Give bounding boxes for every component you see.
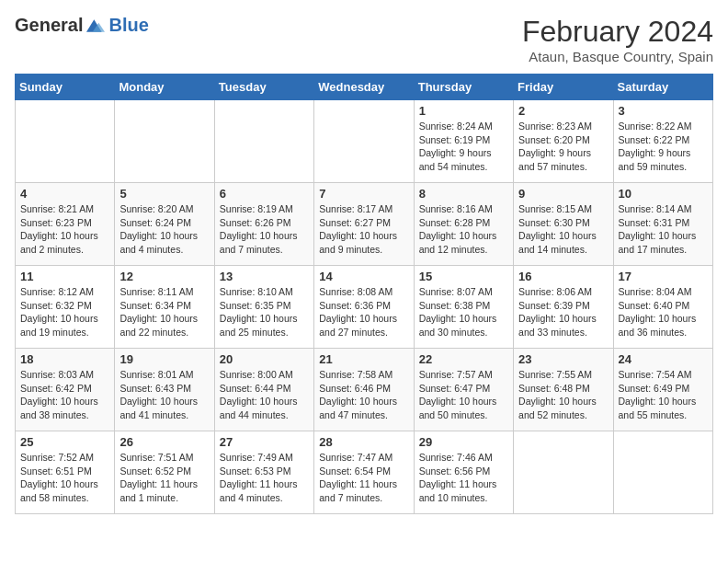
calendar-cell: 25Sunrise: 7:52 AM Sunset: 6:51 PM Dayli… xyxy=(16,431,115,514)
day-info: Sunrise: 8:21 AM Sunset: 6:23 PM Dayligh… xyxy=(20,202,109,257)
day-number: 20 xyxy=(220,352,309,366)
calendar-day-header: Tuesday xyxy=(214,75,313,100)
day-number: 4 xyxy=(20,187,109,201)
day-info: Sunrise: 7:54 AM Sunset: 6:49 PM Dayligh… xyxy=(619,368,708,422)
calendar-cell: 10Sunrise: 8:14 AM Sunset: 6:31 PM Dayli… xyxy=(613,183,712,266)
day-number: 2 xyxy=(518,104,608,118)
day-number: 29 xyxy=(419,435,508,449)
day-info: Sunrise: 8:00 AM Sunset: 6:44 PM Dayligh… xyxy=(220,368,309,422)
calendar-week-row: 4Sunrise: 8:21 AM Sunset: 6:23 PM Daylig… xyxy=(16,183,713,266)
day-number: 3 xyxy=(619,104,708,118)
day-info: Sunrise: 8:06 AM Sunset: 6:39 PM Dayligh… xyxy=(518,285,608,339)
day-info: Sunrise: 7:47 AM Sunset: 6:54 PM Dayligh… xyxy=(319,451,408,505)
day-info: Sunrise: 7:55 AM Sunset: 6:48 PM Dayligh… xyxy=(518,368,608,422)
calendar-cell xyxy=(214,100,313,183)
day-info: Sunrise: 8:04 AM Sunset: 6:40 PM Dayligh… xyxy=(619,285,708,339)
calendar-cell: 6Sunrise: 8:19 AM Sunset: 6:26 PM Daylig… xyxy=(214,183,313,266)
location-title: Ataun, Basque Country, Spain xyxy=(522,49,713,64)
day-info: Sunrise: 8:15 AM Sunset: 6:30 PM Dayligh… xyxy=(518,202,608,257)
calendar-week-row: 18Sunrise: 8:03 AM Sunset: 6:42 PM Dayli… xyxy=(16,349,713,431)
day-number: 1 xyxy=(419,104,508,118)
calendar-table: SundayMondayTuesdayWednesdayThursdayFrid… xyxy=(15,74,713,514)
calendar-cell: 7Sunrise: 8:17 AM Sunset: 6:27 PM Daylig… xyxy=(314,183,414,266)
day-info: Sunrise: 8:08 AM Sunset: 6:36 PM Dayligh… xyxy=(319,285,408,339)
day-info: Sunrise: 8:22 AM Sunset: 6:22 PM Dayligh… xyxy=(619,120,708,174)
calendar-day-header: Friday xyxy=(514,75,613,100)
day-info: Sunrise: 7:46 AM Sunset: 6:56 PM Dayligh… xyxy=(419,451,508,505)
calendar-cell: 1Sunrise: 8:24 AM Sunset: 6:19 PM Daylig… xyxy=(414,100,513,183)
calendar-cell xyxy=(613,431,712,514)
day-info: Sunrise: 7:58 AM Sunset: 6:46 PM Dayligh… xyxy=(319,368,408,422)
calendar-cell xyxy=(115,100,214,183)
day-info: Sunrise: 8:19 AM Sunset: 6:26 PM Dayligh… xyxy=(220,202,309,257)
calendar-cell: 11Sunrise: 8:12 AM Sunset: 6:32 PM Dayli… xyxy=(16,266,115,349)
calendar-day-header: Wednesday xyxy=(314,75,414,100)
day-info: Sunrise: 8:07 AM Sunset: 6:38 PM Dayligh… xyxy=(419,285,508,339)
logo-icon xyxy=(86,17,105,35)
calendar-cell: 2Sunrise: 8:23 AM Sunset: 6:20 PM Daylig… xyxy=(514,100,613,183)
day-number: 23 xyxy=(518,352,608,366)
calendar-cell: 12Sunrise: 8:11 AM Sunset: 6:34 PM Dayli… xyxy=(115,266,214,349)
calendar-cell: 29Sunrise: 7:46 AM Sunset: 6:56 PM Dayli… xyxy=(414,431,513,514)
day-info: Sunrise: 8:17 AM Sunset: 6:27 PM Dayligh… xyxy=(319,202,408,257)
day-number: 24 xyxy=(619,352,708,366)
calendar-cell: 16Sunrise: 8:06 AM Sunset: 6:39 PM Dayli… xyxy=(514,266,613,349)
calendar-cell: 21Sunrise: 7:58 AM Sunset: 6:46 PM Dayli… xyxy=(314,349,414,431)
page-header: General Blue February 2024 Ataun, Basque… xyxy=(15,15,713,64)
calendar-day-header: Monday xyxy=(115,75,214,100)
calendar-cell: 3Sunrise: 8:22 AM Sunset: 6:22 PM Daylig… xyxy=(613,100,712,183)
day-number: 7 xyxy=(319,187,408,201)
day-number: 15 xyxy=(419,270,508,283)
calendar-cell: 28Sunrise: 7:47 AM Sunset: 6:54 PM Dayli… xyxy=(314,431,414,514)
calendar-week-row: 11Sunrise: 8:12 AM Sunset: 6:32 PM Dayli… xyxy=(16,266,713,349)
logo-text-general: General xyxy=(15,15,83,36)
calendar-cell: 18Sunrise: 8:03 AM Sunset: 6:42 PM Dayli… xyxy=(16,349,115,431)
calendar-week-row: 1Sunrise: 8:24 AM Sunset: 6:19 PM Daylig… xyxy=(16,100,713,183)
day-info: Sunrise: 7:52 AM Sunset: 6:51 PM Dayligh… xyxy=(20,451,109,505)
day-number: 10 xyxy=(619,187,708,201)
calendar-cell: 9Sunrise: 8:15 AM Sunset: 6:30 PM Daylig… xyxy=(514,183,613,266)
day-info: Sunrise: 8:03 AM Sunset: 6:42 PM Dayligh… xyxy=(20,368,109,422)
day-number: 16 xyxy=(518,270,608,283)
logo: General Blue xyxy=(15,15,149,36)
calendar-cell: 22Sunrise: 7:57 AM Sunset: 6:47 PM Dayli… xyxy=(414,349,513,431)
calendar-cell: 23Sunrise: 7:55 AM Sunset: 6:48 PM Dayli… xyxy=(514,349,613,431)
day-info: Sunrise: 7:57 AM Sunset: 6:47 PM Dayligh… xyxy=(419,368,508,422)
calendar-cell: 17Sunrise: 8:04 AM Sunset: 6:40 PM Dayli… xyxy=(613,266,712,349)
day-info: Sunrise: 8:23 AM Sunset: 6:20 PM Dayligh… xyxy=(518,120,608,174)
calendar-cell: 15Sunrise: 8:07 AM Sunset: 6:38 PM Dayli… xyxy=(414,266,513,349)
day-number: 19 xyxy=(119,352,209,366)
day-info: Sunrise: 8:12 AM Sunset: 6:32 PM Dayligh… xyxy=(20,285,109,339)
day-number: 22 xyxy=(419,352,508,366)
day-info: Sunrise: 8:01 AM Sunset: 6:43 PM Dayligh… xyxy=(119,368,209,422)
day-info: Sunrise: 8:10 AM Sunset: 6:35 PM Dayligh… xyxy=(220,285,309,339)
day-number: 28 xyxy=(319,435,408,449)
calendar-cell: 14Sunrise: 8:08 AM Sunset: 6:36 PM Dayli… xyxy=(314,266,414,349)
calendar-cell: 5Sunrise: 8:20 AM Sunset: 6:24 PM Daylig… xyxy=(115,183,214,266)
day-info: Sunrise: 8:20 AM Sunset: 6:24 PM Dayligh… xyxy=(119,202,209,257)
calendar-header-row: SundayMondayTuesdayWednesdayThursdayFrid… xyxy=(16,75,713,100)
day-number: 14 xyxy=(319,270,408,283)
day-number: 11 xyxy=(20,270,109,283)
day-info: Sunrise: 8:11 AM Sunset: 6:34 PM Dayligh… xyxy=(119,285,209,339)
day-number: 25 xyxy=(20,435,109,449)
calendar-week-row: 25Sunrise: 7:52 AM Sunset: 6:51 PM Dayli… xyxy=(16,431,713,514)
calendar-cell: 24Sunrise: 7:54 AM Sunset: 6:49 PM Dayli… xyxy=(613,349,712,431)
day-number: 12 xyxy=(119,270,209,283)
day-info: Sunrise: 8:14 AM Sunset: 6:31 PM Dayligh… xyxy=(619,202,708,257)
day-number: 17 xyxy=(619,270,708,283)
calendar-cell xyxy=(314,100,414,183)
day-number: 6 xyxy=(220,187,309,201)
calendar-cell: 26Sunrise: 7:51 AM Sunset: 6:52 PM Dayli… xyxy=(115,431,214,514)
day-number: 5 xyxy=(119,187,209,201)
month-title: February 2024 xyxy=(522,15,713,49)
day-info: Sunrise: 8:16 AM Sunset: 6:28 PM Dayligh… xyxy=(419,202,508,257)
calendar-day-header: Saturday xyxy=(613,75,712,100)
day-number: 13 xyxy=(220,270,309,283)
day-number: 9 xyxy=(518,187,608,201)
day-info: Sunrise: 8:24 AM Sunset: 6:19 PM Dayligh… xyxy=(419,120,508,174)
calendar-cell xyxy=(514,431,613,514)
day-number: 21 xyxy=(319,352,408,366)
title-area: February 2024 Ataun, Basque Country, Spa… xyxy=(522,15,713,64)
calendar-cell: 13Sunrise: 8:10 AM Sunset: 6:35 PM Dayli… xyxy=(214,266,313,349)
